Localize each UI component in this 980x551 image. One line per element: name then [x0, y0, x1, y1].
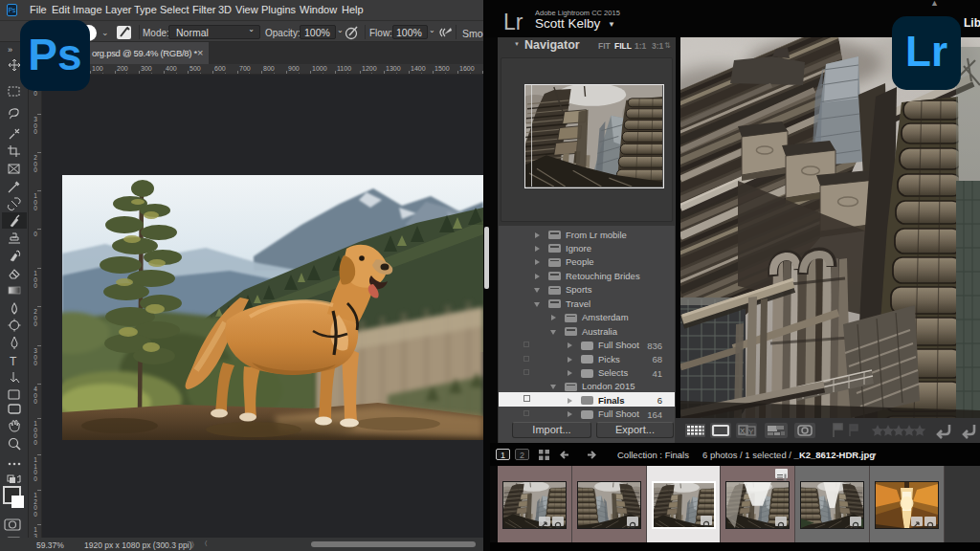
svg-text:»: » — [8, 45, 12, 55]
svg-text:T: T — [10, 355, 17, 368]
svg-text:X: X — [740, 427, 746, 435]
svg-text:Y: Y — [748, 428, 754, 436]
